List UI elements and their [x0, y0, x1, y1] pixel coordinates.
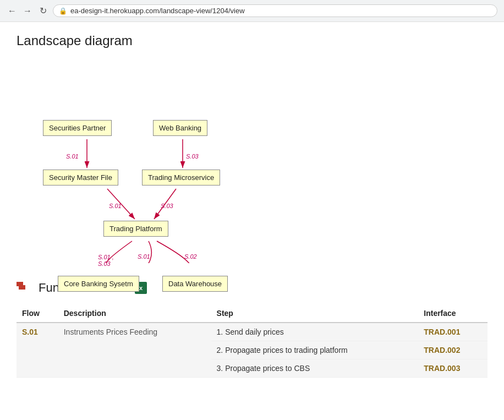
box-core-banking-system[interactable]: Core Banking Sysetm [58, 276, 139, 292]
col-interface: Interface [418, 304, 487, 323]
reload-button[interactable]: ↻ [37, 6, 48, 17]
box-security-master-file[interactable]: Security Master File [43, 170, 118, 186]
arrow-label-tp-cbs: S.01 , S.03 [98, 254, 114, 267]
forward-button[interactable]: → [22, 6, 33, 17]
lock-icon: 🔒 [59, 7, 67, 15]
flow-interface-cell: TRAD.003 [418, 359, 487, 378]
box-web-banking[interactable]: Web Banking [153, 120, 207, 136]
col-flow: Flow [17, 304, 58, 323]
box-trading-microservice[interactable]: Trading Microservice [142, 170, 220, 186]
col-description: Description [58, 304, 211, 323]
arrow-label-tm-tp: S.03 [161, 203, 173, 209]
flow-step-cell: 2. Propagate prices to trading platform [211, 341, 419, 359]
arrow-label-wb-tm: S.03 [186, 153, 199, 160]
arrow-label-tp-tp2: S.01 [138, 253, 150, 260]
svg-rect-6 [19, 285, 25, 290]
url-text: ea-design-it.herokuapp.com/landscape-vie… [70, 7, 245, 15]
flows-tool-icon [17, 280, 33, 296]
flow-description-cell: Instruments Prices Feeding [58, 323, 211, 378]
box-data-warehouse[interactable]: Data Warehouse [162, 276, 228, 292]
flow-id-cell: S.01 [17, 323, 58, 378]
table-row: S.01Instruments Prices Feeding1. Send da… [17, 323, 487, 341]
flow-step-cell: 3. Propagate prices to CBS [211, 359, 419, 378]
table-header-row: Flow Description Step Interface [17, 304, 487, 323]
arrow-label-sp-smf: S.01 [66, 153, 79, 160]
back-button[interactable]: ← [7, 6, 18, 17]
box-trading-platform[interactable]: Trading Platform [103, 221, 168, 237]
page-title: Landscape diagram [17, 33, 487, 48]
flow-interface-cell: TRAD.002 [418, 341, 487, 359]
flows-table: Flow Description Step Interface S.01Inst… [17, 304, 487, 378]
browser-chrome: ← → ↻ 🔒 ea-design-it.herokuapp.com/lands… [0, 0, 504, 22]
col-step: Step [211, 304, 419, 323]
landscape-diagram: Securities Partner Web Banking Security … [17, 59, 264, 263]
flow-interface-cell: TRAD.001 [418, 323, 487, 341]
url-bar[interactable]: 🔒 ea-design-it.herokuapp.com/landscape-v… [53, 4, 497, 17]
flow-step-cell: 1. Send daily prices [211, 323, 419, 341]
page-content: Landscape diagram Securit [0, 22, 504, 389]
box-securities-partner[interactable]: Securities Partner [43, 120, 112, 136]
arrow-label-smf-tp: S.01 [109, 203, 122, 209]
arrow-label-tp-dw: S.02 [184, 253, 197, 260]
